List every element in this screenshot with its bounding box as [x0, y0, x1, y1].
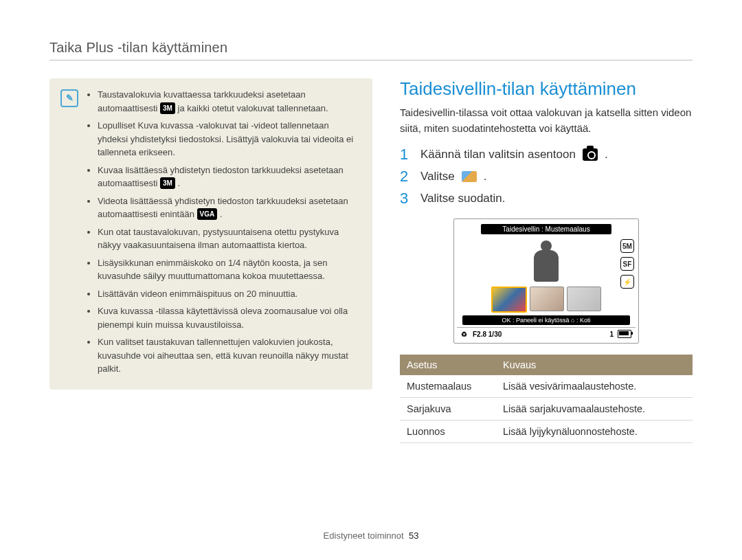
resolution-badge: 3M [160, 177, 175, 189]
step-number: 1 [400, 146, 414, 164]
title-rule [49, 60, 693, 60]
step-text: Käännä tilan valitsin asentoon [420, 148, 576, 161]
option-name: Sarjakuva [400, 398, 496, 421]
right-column: Taidesivellin-tilan käyttäminen Taidesiv… [400, 78, 693, 443]
table-head-setting: Asetus [400, 355, 496, 375]
note-list: Taustavalokuvia kuvattaessa tarkkuudeksi… [87, 88, 361, 380]
subject-silhouette-icon [531, 240, 561, 282]
art-brush-icon [462, 171, 477, 182]
table-head-desc: Kuvaus [496, 355, 693, 375]
note-item: Taustavalokuvia kuvattaessa tarkkuudeksi… [98, 88, 361, 115]
lcd-body: 5M SF ⚡ [457, 236, 636, 315]
note-item: Kun valitset taustakuvan tallennettujen … [98, 335, 361, 376]
resolution-badge: 3M [160, 102, 175, 114]
option-desc: Lisää vesivärimaalaustehoste. [496, 375, 693, 398]
battery-icon [618, 330, 631, 338]
step-number: 2 [400, 168, 414, 186]
step-1: 1 Käännä tilan valitsin asentoon . [400, 146, 693, 164]
option-name: Mustemaalaus [400, 375, 496, 398]
shots-remaining: 1 [609, 331, 614, 338]
note-item: Kun otat taustavalokuvan, pystysuuntaise… [98, 225, 361, 252]
section-intro: Taidesivellin-tilassa voit ottaa valokuv… [400, 105, 693, 136]
table-row: Mustemaalaus Lisää vesivärimaalaustehost… [400, 375, 693, 398]
step-3: 3 Valitse suodatin. [400, 190, 693, 208]
filter-options-table: Asetus Kuvaus Mustemaalaus Lisää vesivär… [400, 355, 693, 443]
sf-indicator-icon: SF [620, 257, 634, 271]
step-number: 3 [400, 190, 414, 208]
lcd-inner: Taidesivellin : Mustemaalaus 5M SF ⚡ [457, 222, 636, 325]
mode-dial-icon [583, 148, 598, 161]
resolution-indicator-icon: 5M [620, 239, 634, 253]
page-number: 53 [409, 530, 418, 541]
note-text: Kuvaa lisättäessä yhdistetyn tiedoston t… [98, 165, 344, 189]
section-title: Taidesivellin-tilan käyttäminen [400, 78, 693, 100]
step-period: . [605, 148, 608, 161]
resolution-badge: VGA [197, 208, 218, 220]
page-footer: Edistyneet toiminnot 53 [0, 530, 742, 541]
recycle-icon: ♻ [461, 331, 467, 338]
filter-thumb-sketch [567, 287, 601, 311]
step-period: . [484, 170, 487, 183]
lcd-mode-label: Taidesivellin : Mustemaalaus [481, 224, 611, 234]
lcd-status-bar: ♻ F2.8 1/30 1 [457, 327, 636, 340]
option-desc: Lisää sarjakuvamaalaustehoste. [496, 398, 693, 421]
step-2: 2 Valitse . [400, 168, 693, 186]
manual-page: Taika Plus -tilan käyttäminen ✎ Taustava… [0, 0, 742, 560]
step-list: 1 Käännä tilan valitsin asentoon . 2 Val… [400, 146, 693, 208]
filter-thumbnails [491, 287, 601, 313]
note-item: Kuva kuvassa -tilassa käytettävissä olev… [98, 304, 361, 331]
filter-thumb-inkpaint [491, 287, 527, 313]
step-text: Valitse [420, 170, 455, 183]
filter-thumb-cartoon [530, 287, 564, 311]
note-text: . [220, 209, 223, 219]
note-text: ja kaikki otetut valokuvat tallennetaan. [178, 103, 328, 113]
lcd-hint: OK : Paneeli ei käytössä ⌂ : Koti [462, 315, 630, 325]
note-item: Lisättävän videon enimmäispituus on 20 m… [98, 287, 361, 301]
note-text: Videota lisättäessä yhdistetyn tiedoston… [98, 196, 348, 220]
lcd-side-icons: 5M SF ⚡ [620, 239, 634, 289]
note-item: Lisäysikkunan enimmäiskoko on 1/4 näytön… [98, 256, 361, 283]
footer-section: Edistyneet toiminnot [324, 530, 404, 541]
running-title: Taika Plus -tilan käyttäminen [49, 40, 693, 56]
note-box: ✎ Taustavalokuvia kuvattaessa tarkkuudek… [49, 78, 372, 390]
option-desc: Lisää lyijykynäluonnostehoste. [496, 421, 693, 443]
note-item: Kuvaa lisättäessä yhdistetyn tiedoston t… [98, 164, 361, 190]
left-column: ✎ Taustavalokuvia kuvattaessa tarkkuudek… [49, 78, 372, 443]
exposure-readout: F2.8 1/30 [473, 331, 502, 338]
camera-screen-mock: Taidesivellin : Mustemaalaus 5M SF ⚡ [453, 219, 639, 344]
table-row: Luonnos Lisää lyijykynäluonnostehoste. [400, 421, 693, 443]
note-item: Videota lisättäessä yhdistetyn tiedoston… [98, 194, 361, 221]
table-row: Sarjakuva Lisää sarjakuvamaalaustehoste. [400, 398, 693, 421]
note-text: . [178, 178, 181, 188]
step-text: Valitse suodatin. [420, 192, 505, 205]
option-name: Luonnos [400, 421, 496, 443]
flash-indicator-icon: ⚡ [620, 275, 634, 289]
two-column-layout: ✎ Taustavalokuvia kuvattaessa tarkkuudek… [49, 78, 693, 443]
note-icon: ✎ [60, 89, 78, 107]
note-item: Lopulliset Kuva kuvassa -valokuvat tai -… [98, 119, 361, 159]
